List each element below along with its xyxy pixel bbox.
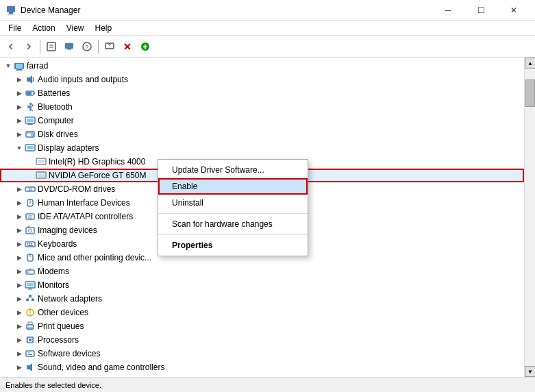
- display-icon: [25, 143, 36, 154]
- mice-icon: [25, 252, 36, 263]
- ctx-uninstall[interactable]: Uninstall: [158, 195, 308, 211]
- dvd-expand-icon: ▶: [14, 184, 25, 195]
- sound-icon: [25, 362, 36, 373]
- close-button[interactable]: ✕: [498, 0, 530, 21]
- status-text: Enables the selected device.: [5, 381, 101, 389]
- maximize-button[interactable]: ☐: [465, 0, 497, 21]
- tree-item-display[interactable]: ▼ Display adapters: [0, 141, 524, 155]
- scan-button[interactable]: [101, 38, 118, 55]
- scroll-up-button[interactable]: ▲: [525, 58, 535, 69]
- minimize-button[interactable]: ─: [432, 0, 464, 21]
- context-menu: Update Driver Software... Enable Uninsta…: [158, 159, 308, 256]
- window-controls: ─ ☐ ✕: [432, 0, 530, 21]
- scroll-thumb[interactable]: [525, 79, 535, 107]
- dvd-icon: [25, 184, 36, 195]
- audio-expand-icon: ▶: [14, 74, 25, 85]
- device-tree[interactable]: ▼ farrad ▶ Audio inputs and outputs: [0, 58, 524, 377]
- other-icon: !: [25, 307, 36, 318]
- main-area: ▼ farrad ▶ Audio inputs and outputs: [0, 58, 535, 377]
- toolbar-sep-2: [98, 40, 99, 53]
- svg-rect-7: [67, 49, 71, 50]
- ctx-sep-2: [158, 234, 308, 235]
- tree-item-processors[interactable]: ▶ Processors: [0, 333, 524, 347]
- svg-rect-52: [29, 243, 30, 245]
- svg-rect-35: [38, 160, 45, 163]
- bluetooth-expand-icon: ▶: [14, 101, 25, 112]
- svg-rect-80: [26, 351, 34, 356]
- monitors-label: Monitors: [38, 280, 69, 290]
- tree-item-sound[interactable]: ▶ Sound, video and game controllers: [0, 360, 524, 374]
- toolbar-sep-1: [40, 40, 40, 53]
- modems-label: Modems: [38, 267, 69, 276]
- tree-item-disk[interactable]: ▶ Disk drives: [0, 127, 524, 141]
- uninstall-button[interactable]: [119, 38, 136, 55]
- tree-item-monitors[interactable]: ▶ Monitors: [0, 278, 524, 292]
- svg-rect-51: [27, 243, 28, 245]
- keyboards-icon: [25, 238, 36, 249]
- svg-rect-61: [27, 283, 34, 286]
- storage-label: Storage controllers: [38, 376, 107, 377]
- monitors-icon: [25, 280, 36, 291]
- scroll-track[interactable]: [525, 69, 535, 366]
- svg-rect-23: [27, 92, 32, 95]
- tree-item-storage[interactable]: ▶ Storage controllers: [0, 374, 524, 377]
- modems-expand-icon: ▶: [14, 266, 25, 277]
- add-device-button[interactable]: [137, 38, 153, 55]
- svg-rect-29: [27, 132, 34, 134]
- app-icon: [5, 5, 16, 16]
- other-expand-icon: ▶: [14, 307, 25, 318]
- status-bar: Enables the selected device.: [0, 377, 535, 392]
- tree-item-print[interactable]: ▶ Print queues: [0, 319, 524, 333]
- sound-expand-icon: ▶: [14, 362, 25, 373]
- menu-action[interactable]: Action: [27, 22, 60, 34]
- ctx-properties[interactable]: Properties: [158, 237, 308, 254]
- forward-button[interactable]: [21, 38, 37, 55]
- svg-text:?: ?: [85, 44, 88, 51]
- mice-expand-icon: ▶: [14, 252, 25, 263]
- print-expand-icon: ▶: [14, 321, 25, 332]
- window-title: Device Manager: [21, 5, 432, 15]
- menu-file[interactable]: File: [3, 22, 27, 34]
- hid-label: Human Interface Devices: [38, 198, 130, 208]
- svg-rect-37: [38, 173, 45, 177]
- help-button[interactable]: ?: [79, 38, 95, 55]
- svg-line-67: [27, 297, 30, 299]
- tree-item-bluetooth[interactable]: ▶ Bluetooth: [0, 100, 524, 114]
- properties-button[interactable]: [43, 38, 60, 55]
- tree-item-batteries[interactable]: ▶ Batteries: [0, 86, 524, 100]
- tree-item-other[interactable]: ▶ ! Other devices: [0, 306, 524, 319]
- root-expand-icon: ▼: [3, 60, 14, 71]
- scrollbar[interactable]: ▲ ▼: [524, 58, 535, 377]
- processors-label: Processors: [38, 335, 79, 345]
- menu-view[interactable]: View: [61, 22, 90, 34]
- menu-help[interactable]: Help: [90, 22, 118, 34]
- svg-rect-25: [27, 119, 34, 122]
- tree-item-network[interactable]: ▶ Network adapters: [0, 292, 524, 306]
- tree-root[interactable]: ▼ farrad: [0, 59, 524, 73]
- tree-item-computer[interactable]: ▶ Computer: [0, 114, 524, 127]
- svg-point-30: [32, 134, 34, 136]
- nvidia-gpu-icon: [36, 170, 47, 181]
- ctx-scan-hardware[interactable]: Scan for hardware changes: [158, 216, 308, 232]
- update-driver-button[interactable]: [61, 38, 77, 55]
- scroll-down-button[interactable]: ▼: [525, 366, 535, 377]
- ide-icon: [25, 211, 36, 222]
- svg-text:!: !: [29, 309, 31, 317]
- intel-gpu-icon: [36, 156, 47, 167]
- back-button[interactable]: [3, 38, 19, 55]
- intel-gpu-label: Intel(R) HD Graphics 4000: [49, 157, 145, 167]
- tree-item-modems[interactable]: ▶ Modems: [0, 265, 524, 278]
- tree-item-audio[interactable]: ▶ Audio inputs and outputs: [0, 73, 524, 86]
- computer-icon: [25, 115, 36, 126]
- svg-rect-1: [9, 12, 13, 14]
- imaging-expand-icon: ▶: [14, 225, 25, 236]
- computer-expand-icon: ▶: [14, 115, 25, 126]
- tree-item-software[interactable]: ▶ Software devices: [0, 347, 524, 360]
- software-label: Software devices: [38, 349, 100, 358]
- ctx-update-driver[interactable]: Update Driver Software...: [158, 162, 308, 178]
- network-icon: [25, 293, 36, 304]
- keyboards-label: Keyboards: [38, 239, 77, 249]
- svg-rect-64: [29, 295, 32, 297]
- svg-rect-26: [28, 123, 32, 124]
- ctx-enable[interactable]: Enable: [158, 178, 308, 195]
